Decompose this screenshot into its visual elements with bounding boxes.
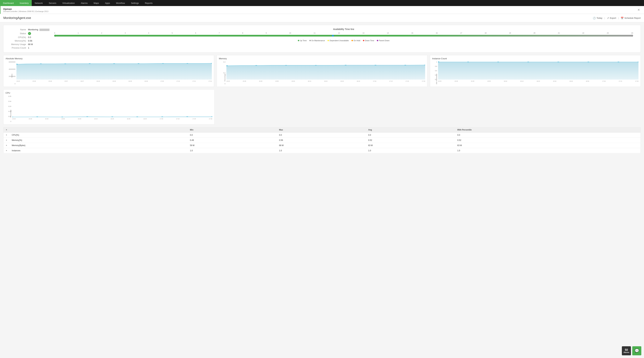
nav-item-workflow[interactable]: Workflow: [113, 0, 128, 6]
info-row-status: Status ✓: [6, 31, 50, 35]
chart-plot-cpu: 15:2515:3515:45 15:5516:0516:15 16:2516:…: [12, 95, 212, 122]
legend-dot-parentdown: [377, 40, 378, 41]
separator-2: |: [618, 17, 619, 19]
timeline-legend: Up Time On Maintenance Dependent Unavail…: [53, 39, 634, 41]
table-row: + CPU(%) 0.0 0.0 0.0 0.0: [4, 132, 641, 138]
y-label-abs-memory: Bytes: [11, 74, 13, 78]
svg-point-13: [285, 65, 287, 65]
legend-onhold: On Hold: [352, 39, 360, 41]
nav-item-virtualization[interactable]: Virtualization: [59, 0, 78, 6]
chart-body-memory: 0.4 0.2 0: [219, 61, 425, 85]
legend-label-parentdown: Parent Down: [379, 39, 390, 41]
chart-plot-instance: 15:2515:3515:45 15:5516:0416:14 18:2416:…: [438, 61, 638, 85]
chart-body-instance: 1 0.8 0.6 0.4 0.2 0: [432, 61, 638, 85]
x-ticks-abs-memory: 15:2515:3615:46 15:5716:0716:18 16:2816:…: [16, 80, 212, 82]
timeline-hours: 012 345 678 91011 121314 151617 181920 2…: [53, 32, 634, 34]
col-avg: Avg: [366, 127, 455, 132]
availability-title: Availability Time line: [53, 28, 634, 30]
today-button[interactable]: 🕐 Today: [593, 17, 602, 19]
row-p95: 0.0: [455, 132, 641, 138]
nav-item-settings[interactable]: Settings: [128, 0, 142, 6]
nav-item-network[interactable]: Network: [32, 0, 46, 6]
svg-point-12: [255, 65, 257, 66]
chart-body-abs-memory: 60000000 40000000 20000000 0: [6, 61, 212, 85]
y-label-memory: Percentage: [224, 74, 226, 81]
legend-dependent: Dependent Unavailable: [328, 39, 349, 41]
table-row: + Memory(%) 0.49 0.56 0.52 0.52: [4, 138, 641, 143]
svg-marker-10: [226, 65, 425, 79]
legend-label-maintenance: On Maintenance: [312, 39, 325, 41]
row-expand[interactable]: +: [4, 138, 10, 143]
legend-uptime: Up Time: [298, 39, 307, 41]
info-row-name: Name Monitoring: [6, 28, 50, 31]
y-label-instance: No of Instance: [436, 74, 438, 83]
svg-point-3: [64, 63, 66, 64]
svg-point-21: [467, 61, 469, 62]
svg-point-34: [136, 116, 138, 117]
legend-dot-uptime: [298, 40, 299, 41]
nav-item-inventory[interactable]: Inventory: [17, 0, 32, 6]
row-max: 0.0: [277, 132, 366, 138]
svg-point-5: [113, 63, 115, 64]
svg-point-22: [497, 61, 499, 62]
svg-point-33: [111, 116, 113, 117]
header-entity-name: Opman: [3, 7, 48, 10]
value-name: Monitoring: [28, 28, 50, 31]
row-expand[interactable]: +: [4, 148, 10, 153]
row-expand[interactable]: +: [4, 143, 10, 148]
row-min: 1.0: [188, 148, 277, 153]
nav-item-maps[interactable]: Maps: [90, 0, 102, 6]
separator-1: |: [604, 17, 605, 19]
chart-svg-abs-memory: [16, 61, 212, 80]
label-status: Status: [6, 31, 28, 35]
label-process-count: Process Count: [6, 46, 28, 50]
nav-item-alarms[interactable]: Alarms: [78, 0, 90, 6]
svg-point-36: [186, 116, 188, 117]
info-row-memory-usage: Memory Usage 68 M: [6, 42, 50, 46]
status-ok-icon: ✓: [28, 32, 31, 35]
chart-svg-instance: [438, 61, 638, 80]
chart-plot-memory: 15:2515:3515:45 15:5516:0416:14 16:2416:…: [226, 61, 425, 85]
row-max: 68 M: [277, 143, 366, 148]
nav-item-apps[interactable]: Apps: [102, 0, 113, 6]
svg-point-4: [89, 63, 91, 64]
row-avg: 63 M: [366, 143, 455, 148]
info-row-memory-pct: Memory(%) 0.56: [6, 39, 50, 42]
header-panel: Opman DomainController | Windows 2008 R2…: [0, 6, 644, 14]
legend-label-onhold: On Hold: [354, 39, 360, 41]
svg-point-14: [315, 65, 317, 65]
schedule-report-button[interactable]: 📅 Schedule Report: [621, 17, 641, 19]
table-row: + Instances 1.0 1.0 1.0 1.0: [4, 148, 641, 153]
export-label: Export: [610, 17, 616, 19]
legend-label-uptime: Up Time: [300, 39, 307, 41]
svg-point-35: [161, 116, 163, 117]
col-min: Min: [188, 127, 277, 132]
page-actions: 🕐 Today | ↗ Export | 📅 Schedule Report: [593, 17, 641, 19]
nav-item-reports[interactable]: Reports: [142, 0, 156, 6]
chart-absolute-memory: Absolute Memory 60000000 40000000 200000…: [3, 55, 214, 87]
svg-point-30: [36, 116, 38, 117]
export-button[interactable]: ↗ Export: [607, 17, 616, 19]
chart-title-abs-memory: Absolute Memory: [6, 57, 212, 60]
nav-item-servers[interactable]: Servers: [46, 0, 59, 6]
nav-item-dashboard[interactable]: Dashboard: [0, 0, 17, 6]
chart-cpu: CPU 0.05 0.04 0.03 0.02 0.01 0: [3, 89, 214, 125]
close-button[interactable]: ✕: [636, 7, 641, 12]
label-name: Name: [6, 28, 28, 31]
legend-maintenance: On Maintenance: [310, 39, 325, 41]
table-row: + Memory(Bytes) 59 M 68 M 63 M 63 M: [4, 143, 641, 148]
svg-marker-0: [16, 63, 212, 79]
clock-icon: 🕐: [593, 17, 596, 19]
charts-row-2: CPU 0.05 0.04 0.03 0.02 0.01 0: [3, 89, 641, 125]
chart-svg-memory: [226, 61, 425, 80]
chart-title-cpu: CPU: [6, 92, 212, 94]
row-min: 0.0: [188, 132, 277, 138]
row-expand[interactable]: +: [4, 132, 10, 138]
x-ticks-instance: 15:2515:3515:45 15:5516:0416:14 18:2416:…: [438, 80, 638, 82]
row-name: Memory(%): [10, 138, 188, 143]
svg-point-23: [527, 61, 529, 62]
row-name: Instances: [10, 148, 188, 153]
legend-dot-downtime: [363, 40, 364, 41]
y-ticks-abs-memory: 60000000 40000000 20000000 0: [6, 61, 16, 85]
legend-downtime: Down Time: [363, 39, 374, 41]
